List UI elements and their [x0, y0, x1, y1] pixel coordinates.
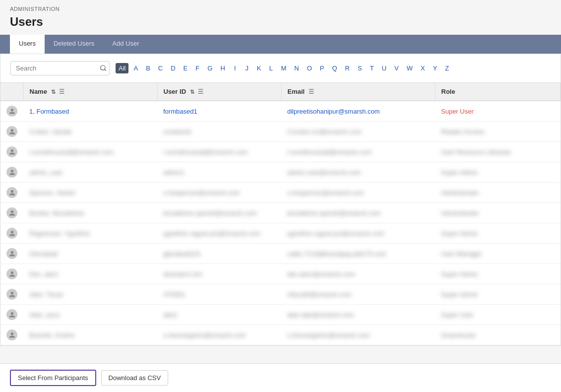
alpha-btn-i[interactable]: I	[230, 63, 240, 73]
cell-email: admin.user@smarsh.com	[281, 162, 435, 183]
cell-avatar	[0, 325, 23, 345]
cell-role: Super Admin	[435, 223, 561, 244]
alpha-btn-k[interactable]: K	[254, 63, 264, 73]
cell-email: s.hespencer@smarsh.com	[281, 183, 435, 203]
alpha-btn-y[interactable]: Y	[430, 63, 440, 73]
alpha-btn-v[interactable]: V	[391, 63, 402, 73]
alpha-btn-b[interactable]: B	[143, 63, 153, 73]
alpha-btn-e[interactable]: E	[181, 63, 191, 73]
cell-avatar	[0, 122, 23, 142]
alpha-btn-p[interactable]: P	[317, 63, 327, 73]
alpha-btn-a[interactable]: A	[130, 63, 141, 73]
cell-userid: abe1	[157, 305, 281, 325]
cell-role: Super User	[435, 101, 561, 122]
select-from-participants-button[interactable]: Select From Participants	[10, 370, 96, 376]
page-title: Users	[0, 13, 561, 35]
alpha-btn-o[interactable]: O	[304, 63, 315, 73]
cell-userid: crookerd1	[157, 122, 281, 142]
search-icon	[100, 65, 107, 71]
cell-role: User Manager	[435, 244, 561, 264]
cell-avatar	[0, 223, 23, 244]
avatar	[6, 207, 17, 218]
table-row[interactable]: Aber, TiscalAT0501Atiscal5@smarsh.comSup…	[0, 284, 561, 305]
table-header-row: Name ⇅ ☰ User ID ⇅ ☰ Email ☰	[0, 83, 561, 101]
cell-avatar	[0, 264, 23, 284]
name-sort-icon[interactable]: ⇅	[51, 89, 56, 95]
avatar	[6, 248, 17, 259]
alpha-btn-z[interactable]: Z	[442, 63, 452, 73]
alpha-btn-l[interactable]: L	[266, 63, 276, 73]
footer-bar: Select From Participants Download as CSV	[0, 363, 561, 376]
cell-name: Brannle, Anstrin	[23, 325, 157, 345]
cell-role: Administrator	[435, 183, 561, 203]
alpha-btn-all[interactable]: All	[116, 63, 128, 73]
alpha-btn-j[interactable]: J	[242, 63, 252, 73]
userid-sort-icon[interactable]: ⇅	[190, 89, 194, 95]
cell-email: dex.alem@smarsh.com	[281, 264, 435, 284]
avatar	[6, 309, 17, 320]
tab-users[interactable]: Users	[10, 35, 45, 54]
cell-name: Croker, Vandia	[23, 122, 157, 142]
alpha-btn-d[interactable]: D	[168, 63, 178, 73]
table-row[interactable]: Ragnersen, Ygnefrenygnefren.ragner.pct@s…	[0, 223, 561, 244]
alpha-btn-x[interactable]: X	[418, 63, 428, 73]
cell-name: Dex, alem	[23, 264, 157, 284]
svg-line-1	[105, 69, 106, 70]
avatar	[6, 146, 17, 157]
alpha-btn-m[interactable]: M	[278, 63, 289, 73]
table-row[interactable]: Aber, ascoabe1aber.abe@smarsh.comSuper U…	[0, 305, 561, 325]
cell-role: Smarshuser	[435, 325, 561, 345]
cell-userid: s.heorangstrin@smarsh.com	[157, 325, 281, 345]
cell-name: Glendwall	[23, 244, 157, 264]
alpha-btn-f[interactable]: F	[192, 63, 202, 73]
alpha-btn-s[interactable]: S	[355, 63, 365, 73]
alpha-btn-g[interactable]: G	[204, 63, 215, 73]
alpha-btn-r[interactable]: R	[342, 63, 353, 73]
alpha-btn-n[interactable]: N	[291, 63, 302, 73]
alpha-btn-w[interactable]: W	[404, 63, 416, 73]
cell-role: Super User	[435, 305, 561, 325]
alpha-btn-u[interactable]: U	[379, 63, 389, 73]
alpha-btn-q[interactable]: Q	[329, 63, 340, 73]
cell-userid: glendwall101	[157, 244, 281, 264]
cell-email: bnoatehne.spendr@smarsh.com	[281, 203, 435, 223]
alpha-btn-c[interactable]: C	[155, 63, 166, 73]
email-filter-icon[interactable]: ☰	[309, 88, 314, 95]
tab-add-user[interactable]: Add User	[103, 35, 148, 54]
table-row[interactable]: Booker, Bonatehnebnoatehne.spendr@smarsh…	[0, 203, 561, 223]
avatar	[6, 187, 17, 198]
alpha-nav: AllABCDEFGHIJKLMNOPQRSTUVWXYZ	[116, 63, 452, 73]
cell-userid: bnoatehne.spendr@smarsh.com	[157, 203, 281, 223]
alpha-btn-t[interactable]: T	[367, 63, 377, 73]
col-userid: User ID ⇅ ☰	[157, 83, 281, 101]
cell-email: s.heorangstrin@smarsh.com	[281, 325, 435, 345]
table-row[interactable]: l.sonsthouseall@smarsh.coml.sonsthouseal…	[0, 142, 561, 162]
cell-userid: s.hespencer@smarsh.com	[157, 183, 281, 203]
cell-name: 1, Formbased	[23, 101, 157, 122]
table-row[interactable]: admin_useradmin1admin.user@smarsh.comSup…	[0, 162, 561, 183]
search-input[interactable]	[10, 61, 110, 75]
table-row[interactable]: Spencer, Hesters.hespencer@smarsh.coms.h…	[0, 183, 561, 203]
cell-email: Atiscal5@smarsh.com	[281, 284, 435, 305]
table-row[interactable]: Dex, alemdextralm1.bmdex.alem@smarsh.com…	[0, 264, 561, 284]
table-row[interactable]: 1, Formbasedformbased1dilpreetisohanipur…	[0, 101, 561, 122]
users-table: Name ⇅ ☰ User ID ⇅ ☰ Email ☰	[0, 83, 561, 345]
search-button[interactable]	[100, 65, 107, 72]
name-filter-icon[interactable]: ☰	[59, 88, 64, 95]
cell-email: aber.abe@smarsh.com	[281, 305, 435, 325]
cell-name: Aber, asco	[23, 305, 157, 325]
userid-filter-icon[interactable]: ☰	[198, 88, 203, 95]
table-row[interactable]: Brannle, Anstrins.heorangstrin@smarsh.co…	[0, 325, 561, 345]
cell-avatar	[0, 244, 23, 264]
cell-avatar	[0, 162, 23, 183]
cell-name: Spencer, Hester	[23, 183, 157, 203]
table-container: Name ⇅ ☰ User ID ⇅ ☰ Email ☰	[0, 83, 561, 345]
cell-email: dilpreetisohanipur@smarsh.com	[281, 101, 435, 122]
table-row[interactable]: Croker, Vandiacrookerd1Crocker.vm@smarsh…	[0, 122, 561, 142]
cell-userid: l.sonsthouseall@smarsh.com	[157, 142, 281, 162]
alpha-btn-h[interactable]: H	[217, 63, 228, 73]
cell-email: Crocker.vm@smarsh.com	[281, 122, 435, 142]
tab-deleted-users[interactable]: Deleted Users	[45, 35, 103, 54]
table-row[interactable]: Glendwallglendwall101callie.7119@brandpa…	[0, 244, 561, 264]
download-csv-button[interactable]: Download as CSV	[101, 370, 169, 376]
